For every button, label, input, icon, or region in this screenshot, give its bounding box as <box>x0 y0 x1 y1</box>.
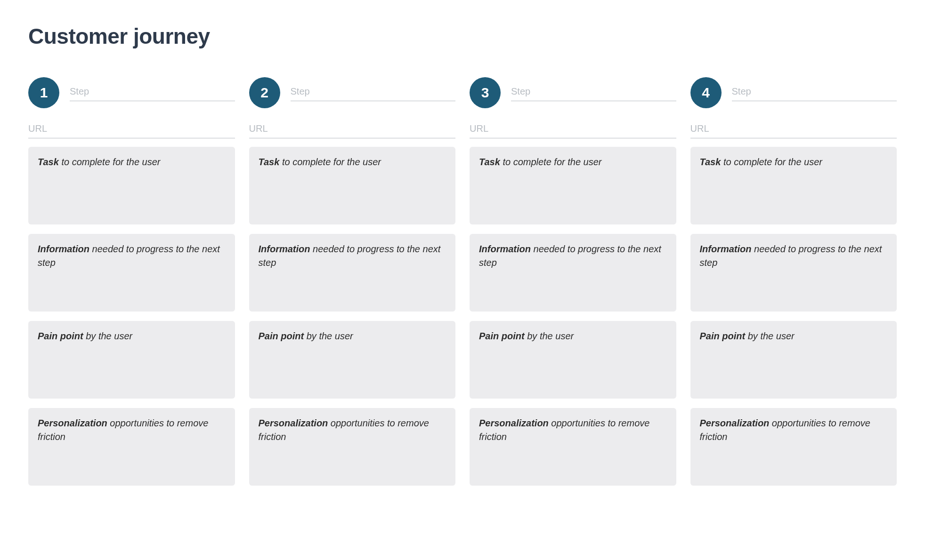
step-number-badge: 1 <box>28 77 59 108</box>
step-header: 3 <box>470 77 676 108</box>
journey-step-1: 1 Task to complete for the user Informat… <box>28 77 235 495</box>
customer-journey-template: Customer journey 1 Task to complete for … <box>0 0 925 523</box>
journey-step-4: 4 Task to complete for the user Informat… <box>690 77 897 495</box>
step-name-input[interactable] <box>732 84 897 101</box>
step-header: 1 <box>28 77 235 108</box>
step-number-badge: 4 <box>690 77 722 108</box>
painpoint-card[interactable]: Pain point by the user <box>28 321 235 399</box>
step-url-input[interactable] <box>470 121 676 138</box>
step-number-badge: 2 <box>249 77 280 108</box>
personalization-label: Personalization <box>479 418 549 428</box>
personalization-label: Personalization <box>38 418 107 428</box>
step-name-input[interactable] <box>291 84 456 101</box>
personalization-card[interactable]: Personalization opportunities to remove … <box>470 408 676 486</box>
painpoint-label: Pain point <box>479 331 525 341</box>
personalization-label: Personalization <box>259 418 328 428</box>
step-name-input[interactable] <box>511 84 676 101</box>
task-label: Task <box>479 157 500 167</box>
painpoint-text: by the user <box>525 331 574 341</box>
information-label: Information <box>259 244 310 254</box>
information-card[interactable]: Information needed to progress to the ne… <box>690 234 897 312</box>
task-text: to complete for the user <box>59 157 161 167</box>
personalization-card[interactable]: Personalization opportunities to remove … <box>249 408 456 486</box>
task-card[interactable]: Task to complete for the user <box>470 147 676 224</box>
journey-step-3: 3 Task to complete for the user Informat… <box>470 77 676 495</box>
task-text: to complete for the user <box>500 157 602 167</box>
information-label: Information <box>479 244 531 254</box>
page-title: Customer journey <box>28 24 897 49</box>
task-card[interactable]: Task to complete for the user <box>28 147 235 224</box>
painpoint-label: Pain point <box>38 331 83 341</box>
personalization-card[interactable]: Personalization opportunities to remove … <box>690 408 897 486</box>
step-header: 2 <box>249 77 456 108</box>
information-card[interactable]: Information needed to progress to the ne… <box>28 234 235 312</box>
information-label: Information <box>700 244 752 254</box>
step-url-input[interactable] <box>249 121 456 138</box>
task-label: Task <box>259 157 280 167</box>
step-number-badge: 3 <box>470 77 501 108</box>
task-card[interactable]: Task to complete for the user <box>249 147 456 224</box>
step-url-input[interactable] <box>690 121 897 138</box>
personalization-label: Personalization <box>700 418 770 428</box>
painpoint-text: by the user <box>304 331 353 341</box>
step-url-input[interactable] <box>28 121 235 138</box>
information-label: Information <box>38 244 89 254</box>
painpoint-label: Pain point <box>259 331 304 341</box>
painpoint-card[interactable]: Pain point by the user <box>470 321 676 399</box>
step-header: 4 <box>690 77 897 108</box>
journey-step-2: 2 Task to complete for the user Informat… <box>249 77 456 495</box>
journey-columns: 1 Task to complete for the user Informat… <box>28 77 897 495</box>
step-name-input[interactable] <box>70 84 235 101</box>
information-card[interactable]: Information needed to progress to the ne… <box>249 234 456 312</box>
task-label: Task <box>700 157 721 167</box>
painpoint-card[interactable]: Pain point by the user <box>249 321 456 399</box>
painpoint-card[interactable]: Pain point by the user <box>690 321 897 399</box>
painpoint-text: by the user <box>83 331 133 341</box>
task-card[interactable]: Task to complete for the user <box>690 147 897 224</box>
task-text: to complete for the user <box>721 157 822 167</box>
painpoint-text: by the user <box>745 331 795 341</box>
task-text: to complete for the user <box>279 157 381 167</box>
task-label: Task <box>38 157 59 167</box>
information-card[interactable]: Information needed to progress to the ne… <box>470 234 676 312</box>
painpoint-label: Pain point <box>700 331 746 341</box>
personalization-card[interactable]: Personalization opportunities to remove … <box>28 408 235 486</box>
